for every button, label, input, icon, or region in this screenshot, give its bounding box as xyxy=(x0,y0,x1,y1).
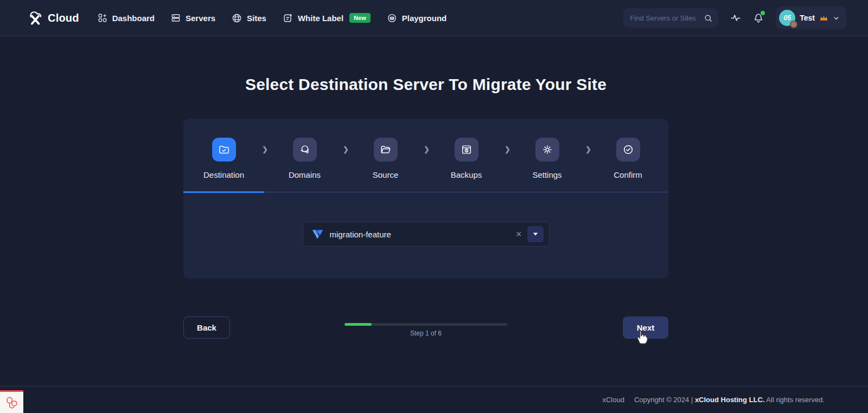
xcloud-logo-icon xyxy=(26,9,46,27)
nav-item-dashboard[interactable]: Dashboard xyxy=(98,13,155,23)
brand-name: Cloud xyxy=(48,12,79,24)
page-title: Select Destination Server To Migrate You… xyxy=(0,75,852,94)
nav-item-servers[interactable]: Servers xyxy=(171,13,215,23)
step-confirm[interactable]: Confirm xyxy=(588,138,668,179)
laravel-logo-icon xyxy=(5,396,19,410)
step-label: Settings xyxy=(532,170,561,179)
step-settings[interactable]: Settings ❯ xyxy=(507,138,588,179)
stepper-underline xyxy=(183,191,668,193)
step-destination[interactable]: Destination ❯ xyxy=(183,138,264,179)
clear-selection-icon[interactable]: × xyxy=(510,229,527,239)
top-navbar: Cloud Dashboard Serve xyxy=(0,0,868,36)
wizard-controls: Back Step 1 of 6 Next xyxy=(183,317,668,339)
notifications-bell-icon[interactable] xyxy=(753,12,764,23)
white-label-icon xyxy=(283,13,293,23)
footer-brand-link[interactable]: xCloud xyxy=(602,396,624,404)
avatar: 05 xyxy=(779,10,795,26)
step-label: Backups xyxy=(451,170,482,179)
stepper-active-underline xyxy=(183,191,264,193)
user-name: Test xyxy=(800,14,815,22)
playground-robot-icon xyxy=(387,13,397,23)
globe-icon xyxy=(232,13,242,23)
step-label: Confirm xyxy=(614,170,642,179)
nav-item-sites[interactable]: Sites xyxy=(232,13,266,23)
migration-wizard-card: Destination ❯ Domains ❯ xyxy=(183,119,668,279)
progress-track xyxy=(344,323,507,326)
primary-nav: Dashboard Servers Sites xyxy=(98,13,447,23)
nav-label: Playground xyxy=(402,14,447,23)
select-dropdown-button[interactable] xyxy=(527,226,544,242)
search-icon[interactable] xyxy=(704,14,713,23)
avatar-text: 05 xyxy=(784,14,791,22)
company-name: xCloud Hosting LLC. xyxy=(695,396,765,404)
nav-label: Sites xyxy=(247,14,266,23)
dashboard-icon xyxy=(98,13,107,23)
stepper: Destination ❯ Domains ❯ xyxy=(183,119,668,179)
vultr-icon xyxy=(312,229,323,240)
new-badge: New xyxy=(349,13,371,23)
nav-item-playground[interactable]: Playground xyxy=(387,13,447,23)
search-input[interactable] xyxy=(630,14,700,22)
step-label: Destination xyxy=(203,170,244,179)
coin-badge-icon xyxy=(790,21,797,28)
main-content: Select Destination Server To Migrate You… xyxy=(0,36,852,339)
step-backups[interactable]: Backups ❯ xyxy=(426,138,507,179)
step-label: Domains xyxy=(289,170,321,179)
rights-text: All rights reserved. xyxy=(766,396,825,404)
servers-icon xyxy=(171,13,181,23)
chevron-down-icon xyxy=(833,15,840,22)
user-menu[interactable]: 05 Test xyxy=(776,7,846,29)
folder-check-icon xyxy=(212,138,236,162)
folder-open-icon xyxy=(374,138,398,162)
nav-label: Dashboard xyxy=(112,14,155,23)
footer-copyright: Copyright © 2024 | xCloud Hosting LLC. A… xyxy=(634,396,825,404)
crown-icon xyxy=(819,14,828,22)
domain-globe-icon xyxy=(293,138,317,162)
progress-label: Step 1 of 6 xyxy=(344,330,507,337)
destination-server-select[interactable]: migration-feature × xyxy=(303,222,550,247)
page-footer: xCloud Copyright © 2024 | xCloud Hosting… xyxy=(0,386,868,413)
back-button[interactable]: Back xyxy=(183,317,230,339)
brand-logo[interactable]: Cloud xyxy=(26,9,79,27)
notification-dot xyxy=(761,11,765,15)
step-source[interactable]: Source ❯ xyxy=(345,138,426,179)
wizard-progress: Step 1 of 6 xyxy=(344,323,507,337)
step-label: Source xyxy=(373,170,399,179)
activity-pulse-icon[interactable] xyxy=(730,12,741,23)
backup-window-icon xyxy=(455,138,478,162)
nav-label: White Label xyxy=(298,14,343,23)
progress-fill xyxy=(344,323,372,326)
gear-icon xyxy=(535,138,559,162)
laravel-debugbar-toggle[interactable] xyxy=(0,390,23,413)
nav-label: Servers xyxy=(186,14,215,23)
select-value: migration-feature xyxy=(330,230,510,239)
global-search[interactable] xyxy=(623,8,718,28)
copyright-text: Copyright © 2024 | xyxy=(634,396,693,404)
nav-item-white-label[interactable]: White Label New xyxy=(283,13,371,23)
check-circle-icon xyxy=(616,138,640,162)
next-button[interactable]: Next xyxy=(623,317,668,339)
step-domains[interactable]: Domains ❯ xyxy=(264,138,345,179)
